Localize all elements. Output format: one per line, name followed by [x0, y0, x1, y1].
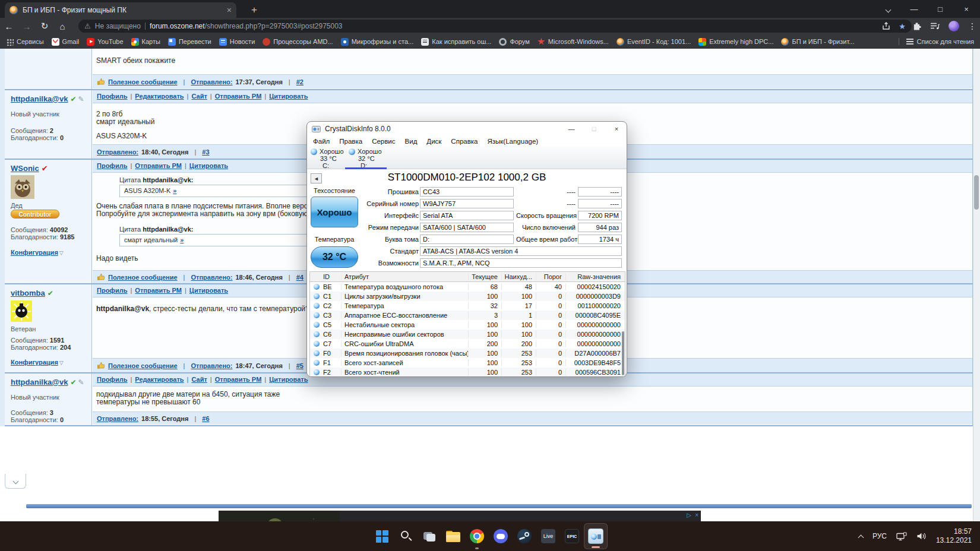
- bookmark-item[interactable]: Gmail: [52, 38, 80, 46]
- bookmark-item[interactable]: Микрофризы и ста...: [341, 38, 414, 46]
- post-number-link[interactable]: #5: [296, 362, 304, 369]
- configuration-link[interactable]: Конфигурация: [11, 249, 58, 256]
- menu-language[interactable]: Язык(Language): [482, 138, 543, 145]
- site-link[interactable]: Сайт: [191, 93, 207, 100]
- share-icon[interactable]: [882, 22, 890, 30]
- quote-link[interactable]: Цитировать: [269, 93, 308, 100]
- username-link[interactable]: httpdanilka@vk: [11, 94, 68, 103]
- health-status-button[interactable]: Хорошо: [311, 197, 358, 227]
- bookmark-item[interactable]: Extremely high DPC...: [698, 38, 773, 46]
- sent-link[interactable]: Отправлено:: [97, 148, 138, 156]
- bookmark-item[interactable]: Microsoft-Windows...: [538, 38, 609, 46]
- volume-icon[interactable]: [916, 532, 927, 540]
- post-number-link[interactable]: #4: [296, 274, 304, 281]
- bookmark-item[interactable]: БП и ИБП - Фризит...: [781, 38, 854, 46]
- quote-jump-link[interactable]: »: [180, 236, 184, 243]
- drive-d[interactable]: Хорошо 32 °C D:: [349, 148, 382, 169]
- smart-row[interactable]: C6Неисправимые ошибки секторов1001000000…: [310, 330, 625, 339]
- close-button[interactable]: ×: [612, 125, 621, 132]
- taskbar-clock[interactable]: 18:57 13.12.2021: [936, 527, 972, 545]
- temperature-button[interactable]: 32 °C: [311, 246, 358, 268]
- chrome-button[interactable]: [465, 521, 489, 551]
- profile-link[interactable]: Профиль: [97, 162, 127, 169]
- browser-menu-icon[interactable]: ⋮: [968, 21, 976, 31]
- sent-link[interactable]: Отправлено:: [191, 78, 232, 86]
- quote-link[interactable]: Цитировать: [189, 162, 228, 169]
- bookmark-item[interactable]: Карты: [131, 38, 160, 46]
- edit-link[interactable]: Редактировать: [135, 376, 184, 383]
- bookmark-item[interactable]: EventID - Код: 1001...: [617, 38, 691, 46]
- profile-link[interactable]: Профиль: [97, 93, 127, 100]
- quote-link[interactable]: Цитировать: [189, 287, 228, 294]
- tab-close-icon[interactable]: ×: [227, 6, 232, 14]
- language-indicator[interactable]: РУС: [872, 532, 887, 540]
- smart-row[interactable]: C3Аппаратное ECC-восстановление310000008…: [310, 311, 625, 320]
- reload-icon[interactable]: ↻: [36, 21, 53, 31]
- sent-link[interactable]: Отправлено:: [191, 274, 232, 281]
- smart-row[interactable]: BEТемпература воздушного потока684840000…: [310, 282, 625, 292]
- bookmark-item[interactable]: Новости: [219, 38, 255, 46]
- minimize-button[interactable]: —: [567, 125, 576, 132]
- reading-list-button[interactable]: Список для чтения: [899, 38, 974, 45]
- send-pm-link[interactable]: Отправить PM: [215, 93, 262, 100]
- username-link[interactable]: WSonic: [11, 164, 39, 173]
- profile-link[interactable]: Профиль: [97, 287, 127, 294]
- bookmark-item[interactable]: Как исправить ош...: [421, 38, 491, 46]
- sent-link[interactable]: Отправлено:: [191, 362, 232, 369]
- bookmark-item[interactable]: Процессоры AMD...: [263, 38, 333, 46]
- quote-link[interactable]: Цитировать: [269, 376, 308, 383]
- ad-close-icon[interactable]: ×: [695, 512, 698, 519]
- username-link[interactable]: vitbomba: [11, 289, 45, 297]
- site-link[interactable]: Сайт: [191, 376, 207, 383]
- configuration-link[interactable]: Конфигурация: [11, 359, 58, 366]
- steam-button[interactable]: [513, 521, 536, 551]
- smart-row[interactable]: F2Всего хост-чтений1002530000596CB3091: [310, 368, 625, 377]
- useful-message-link[interactable]: Полезное сообщение: [108, 362, 178, 369]
- media-list-icon[interactable]: [930, 22, 940, 30]
- smart-row[interactable]: C7CRC-ошибки UltraDMA2002000000000000000: [310, 339, 625, 349]
- file-explorer-button[interactable]: [441, 521, 465, 551]
- edit-link[interactable]: Редактировать: [135, 93, 184, 100]
- discord-button[interactable]: [489, 521, 513, 551]
- home-icon[interactable]: ⌂: [53, 21, 71, 31]
- extensions-puzzle-icon[interactable]: [912, 22, 921, 31]
- browser-tab[interactable]: БП и ИБП - Фризит мощный ПК ×: [5, 2, 236, 18]
- send-pm-link[interactable]: Отправить PM: [135, 162, 182, 169]
- tray-chevron-up-icon[interactable]: [858, 534, 864, 540]
- page-scrollbar[interactable]: [973, 49, 980, 521]
- menu-edit[interactable]: Правка: [334, 138, 367, 145]
- useful-message-link[interactable]: Полезное сообщение: [108, 78, 178, 86]
- window-maximize-button[interactable]: □: [935, 5, 946, 14]
- network-icon[interactable]: [896, 532, 907, 541]
- post-number-link[interactable]: #6: [202, 415, 209, 422]
- menu-disk[interactable]: Диск: [422, 138, 446, 145]
- address-bar[interactable]: ⚠ Не защищено forum.oszone.net/showthrea…: [78, 20, 912, 33]
- username-link[interactable]: httpdanilka@vk: [11, 378, 68, 387]
- maximize-button[interactable]: □: [590, 125, 598, 132]
- start-button[interactable]: [370, 521, 394, 551]
- security-label[interactable]: Не защищено: [95, 22, 141, 30]
- menu-file[interactable]: Файл: [308, 138, 334, 145]
- smart-row[interactable]: C2Температура32170001100000020: [310, 301, 625, 311]
- tab-search-icon[interactable]: [883, 5, 893, 14]
- scrollbar-thumb[interactable]: [974, 175, 979, 210]
- bookmark-star-icon[interactable]: ★: [899, 22, 906, 31]
- new-tab-button[interactable]: +: [246, 2, 262, 18]
- bookmark-item[interactable]: Перевести: [168, 38, 211, 46]
- bookmark-item[interactable]: YouTube: [87, 38, 123, 46]
- send-pm-link[interactable]: Отправить PM: [215, 376, 262, 383]
- post-number-link[interactable]: #3: [202, 148, 209, 156]
- menu-view[interactable]: Вид: [400, 138, 422, 145]
- menu-help[interactable]: Справка: [446, 138, 482, 145]
- collapse-chevron-button[interactable]: [5, 474, 26, 489]
- profile-avatar[interactable]: [949, 21, 959, 31]
- back-icon[interactable]: ←: [0, 21, 18, 31]
- profile-link[interactable]: Профиль: [97, 376, 127, 383]
- quote-jump-link[interactable]: »: [173, 187, 176, 194]
- smart-row[interactable]: F0Время позиционирования головок (часы)1…: [310, 349, 625, 358]
- menu-service[interactable]: Сервис: [367, 138, 400, 145]
- post-number-link[interactable]: #2: [296, 78, 304, 86]
- task-view-button[interactable]: [418, 521, 441, 551]
- epic-games-button[interactable]: EPIC: [560, 521, 584, 551]
- window-minimize-button[interactable]: —: [909, 5, 919, 14]
